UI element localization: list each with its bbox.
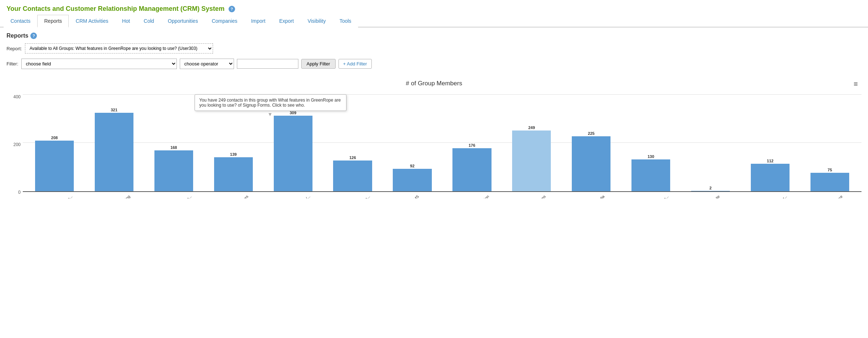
bar-wrapper: 225: [561, 94, 621, 191]
tab-companies[interactable]: Companies: [205, 15, 244, 27]
x-label-item: Project Manage...: [323, 192, 383, 198]
app-title: Your Contacts and Customer Relationship …: [7, 5, 225, 12]
x-label-item: Landing Pages: [204, 192, 263, 198]
bar-value-label: 168: [170, 145, 177, 150]
tab-cold[interactable]: Cold: [137, 15, 161, 27]
page-heading-text: Reports: [7, 33, 28, 39]
chart-area: # of Group Members ≡ You have 249 contac…: [7, 76, 861, 223]
filter-operator-select[interactable]: choose operator: [180, 59, 234, 69]
x-label-item: Lead Nurturing/...: [263, 192, 323, 198]
bar-wrapper: 2: [681, 94, 740, 191]
tab-hot[interactable]: Hot: [115, 15, 137, 27]
x-label-text: e-commerce: [825, 194, 843, 198]
x-label-text: Event Managem...: [167, 194, 192, 198]
x-label-text: Signup Forms: [527, 194, 546, 198]
bar-value-label: 208: [51, 136, 58, 140]
bar-wrapper: 75: [800, 94, 860, 191]
bar[interactable]: [214, 157, 253, 191]
bar-value-label: 2: [710, 186, 712, 190]
bar-value-label: 225: [588, 131, 595, 136]
page-heading: Reports ?: [7, 33, 861, 39]
bar-wrapper: 130: [621, 94, 681, 191]
app-help-icon[interactable]: ?: [229, 6, 235, 12]
page-help-icon[interactable]: ?: [30, 33, 37, 39]
x-label-text: Landing Pages: [228, 194, 249, 198]
bar[interactable]: [751, 164, 790, 191]
tab-contacts[interactable]: Contacts: [4, 15, 37, 27]
report-label: Report:: [7, 46, 22, 51]
x-label-text: Sales Automation: [466, 194, 490, 198]
tab-export[interactable]: Export: [272, 15, 301, 27]
x-label-item: Social Media: [561, 192, 621, 198]
tab-import[interactable]: Import: [244, 15, 272, 27]
x-label-text: Email Marketing: [109, 194, 131, 198]
bar[interactable]: [274, 116, 312, 191]
bar[interactable]: [35, 141, 74, 191]
bar-value-label: 92: [410, 164, 414, 168]
bar[interactable]: [691, 191, 730, 191]
bar-value-label: 75: [827, 168, 832, 172]
x-label-item: Signup Forms: [502, 192, 561, 198]
x-label-item: Event Managem...: [144, 192, 204, 198]
y-label-200: 200: [13, 142, 21, 147]
bar-wrapper: 92: [383, 94, 442, 191]
x-label-item: Support Ticketin...: [621, 192, 681, 198]
bar[interactable]: [572, 136, 610, 191]
bar-value-label: 130: [648, 154, 654, 159]
tab-tools[interactable]: Tools: [333, 15, 358, 27]
x-label-text: Lead Nurturing/...: [287, 194, 311, 198]
x-label-text: Support Ticketin...: [644, 194, 669, 198]
bar-wrapper: 112: [740, 94, 800, 191]
tab-visibility[interactable]: Visibility: [301, 15, 332, 27]
filter-row: Filter: choose field choose operator App…: [7, 59, 861, 69]
y-label-0: 0: [18, 190, 21, 195]
bar[interactable]: [810, 173, 849, 191]
hamburger-icon[interactable]: ≡: [854, 80, 858, 88]
apply-filter-button[interactable]: Apply Filter: [301, 59, 336, 69]
x-label-item: SMS: [383, 192, 442, 198]
x-label-text: Social Media: [587, 194, 605, 198]
tab-opportunities[interactable]: Opportunities: [161, 15, 205, 27]
bar-value-label: 249: [528, 125, 535, 130]
chart-tooltip: You have 249 contacts in this group with…: [195, 94, 346, 111]
bar[interactable]: [631, 159, 670, 191]
x-label-item: Website: [681, 192, 740, 198]
x-label-item: Sales Automation: [442, 192, 502, 198]
bar-wrapper: 249: [502, 94, 561, 191]
x-label-text: Project Manage...: [346, 194, 371, 198]
tab-reports[interactable]: Reports: [37, 15, 69, 27]
y-label-400: 400: [13, 94, 21, 99]
bar-value-label: 139: [230, 152, 237, 157]
report-select[interactable]: Available to All Groups: What features i…: [25, 43, 213, 54]
bar[interactable]: [452, 148, 491, 191]
nav-tabs: Contacts Reports CRM Activities Hot Cold…: [0, 15, 868, 27]
bar[interactable]: [154, 150, 193, 191]
app-title-bar: Your Contacts and Customer Relationship …: [0, 0, 868, 15]
filter-value-input[interactable]: [237, 59, 298, 69]
x-label-text: Website: [708, 194, 720, 198]
bar[interactable]: [512, 131, 551, 191]
chart-title: # of Group Members: [7, 80, 861, 87]
bar[interactable]: [95, 113, 133, 191]
x-label-text: Website builder...: [764, 194, 788, 198]
x-label-text: SMS: [410, 194, 420, 198]
x-label-item: Contact Manage...: [25, 192, 84, 198]
bar[interactable]: [333, 161, 372, 191]
x-label-item: Email Marketing: [84, 192, 144, 198]
report-row: Report: Available to All Groups: What fe…: [7, 43, 861, 54]
bar-value-label: 112: [767, 159, 773, 163]
bar-wrapper: 321: [84, 94, 144, 191]
bar-value-label: 126: [349, 155, 356, 160]
add-filter-button[interactable]: + Add Filter: [339, 59, 372, 69]
x-label-text: Contact Manage...: [48, 194, 73, 198]
bar-value-label: 176: [469, 143, 475, 147]
bar[interactable]: [393, 169, 431, 191]
x-label-item: e-commerce: [800, 192, 860, 198]
bar-value-label: 309: [290, 111, 296, 115]
filter-field-select[interactable]: choose field: [21, 59, 177, 69]
tab-crm-activities[interactable]: CRM Activities: [69, 15, 115, 27]
filter-label: Filter:: [7, 61, 18, 67]
x-label-item: Website builder...: [740, 192, 800, 198]
page-content: Reports ? Report: Available to All Group…: [0, 27, 868, 228]
bar-wrapper: 208: [25, 94, 84, 191]
